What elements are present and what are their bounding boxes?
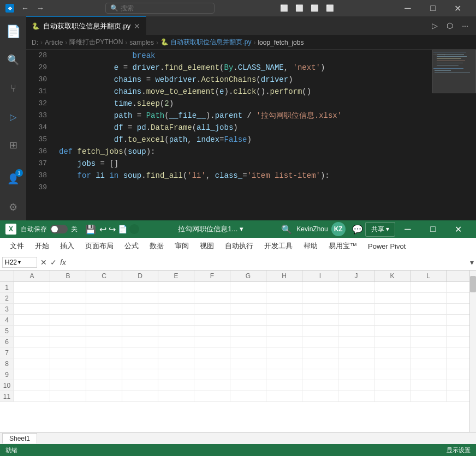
spreadsheet-cell[interactable]: [338, 282, 374, 292]
breadcrumb-item-function[interactable]: loop_fetch_jobs: [258, 39, 304, 46]
vscode-close-button[interactable]: ✕: [445, 0, 471, 16]
spreadsheet-cell[interactable]: [302, 293, 338, 303]
spreadsheet-cell[interactable]: [230, 315, 266, 325]
spreadsheet-cell[interactable]: [122, 391, 158, 401]
spreadsheet-cell[interactable]: [230, 358, 266, 369]
spreadsheet-cell[interactable]: [302, 369, 338, 380]
spreadsheet-cell[interactable]: [86, 380, 122, 391]
spreadsheet-cell[interactable]: [122, 326, 158, 336]
spreadsheet-cell[interactable]: [374, 304, 410, 314]
spreadsheet-cell[interactable]: [86, 391, 122, 401]
spreadsheet-cell[interactable]: [410, 391, 447, 401]
spreadsheet-cell[interactable]: [158, 337, 194, 347]
spreadsheet-cell[interactable]: [194, 347, 230, 358]
spreadsheet-cell[interactable]: [410, 369, 447, 380]
formula-input-field[interactable]: [69, 258, 470, 266]
spreadsheet-cell[interactable]: [230, 369, 266, 380]
spreadsheet-cell[interactable]: [374, 315, 410, 325]
global-search-bar[interactable]: 🔍: [105, 3, 215, 14]
menu-home[interactable]: 开始: [29, 239, 55, 253]
spreadsheet-cell[interactable]: [14, 380, 50, 391]
col-header-g[interactable]: G: [230, 271, 266, 281]
spreadsheet-cell[interactable]: [374, 326, 410, 336]
excel-search-button[interactable]: 🔍: [281, 224, 292, 235]
spreadsheet-cell[interactable]: [266, 315, 302, 325]
col-header-k[interactable]: K: [374, 271, 410, 281]
spreadsheet-cell[interactable]: [14, 326, 50, 336]
spreadsheet-cell[interactable]: [122, 304, 158, 314]
spreadsheet-cell[interactable]: [158, 347, 194, 358]
spreadsheet-cell[interactable]: [338, 304, 374, 314]
spreadsheet-cell[interactable]: [302, 326, 338, 336]
spreadsheet-cell[interactable]: [122, 282, 158, 292]
spreadsheet-cell[interactable]: [158, 358, 194, 369]
breadcrumb-item-article[interactable]: Article: [45, 39, 63, 46]
spreadsheet-cell[interactable]: [86, 347, 122, 358]
spreadsheet-cell[interactable]: [122, 347, 158, 358]
menu-help[interactable]: 帮助: [298, 239, 323, 253]
spreadsheet-cell[interactable]: [266, 293, 302, 303]
breadcrumb-item-python[interactable]: 降维打击PYTHON: [69, 38, 123, 47]
spreadsheet-cell[interactable]: [86, 369, 122, 380]
spreadsheet-cell[interactable]: [266, 326, 302, 336]
spreadsheet-cell[interactable]: [410, 304, 447, 314]
spreadsheet-cell[interactable]: [374, 369, 410, 380]
scroll-thumb[interactable]: [470, 276, 476, 292]
search-input[interactable]: [121, 4, 210, 12]
spreadsheet-cell[interactable]: [338, 315, 374, 325]
menu-review[interactable]: 审阅: [169, 239, 194, 253]
spreadsheet-cell[interactable]: [266, 380, 302, 391]
breadcrumb-item-samples[interactable]: samples: [129, 39, 154, 46]
spreadsheet-cell[interactable]: [86, 282, 122, 292]
spreadsheet-cell[interactable]: [338, 337, 374, 347]
spreadsheet-cell[interactable]: [230, 304, 266, 314]
excel-undo-button[interactable]: ↩: [98, 224, 108, 235]
tab-python-file[interactable]: 🐍 自动获取职位信息并翻页.py ✕: [26, 16, 146, 35]
sidebar-item-search[interactable]: 🔍: [0, 47, 26, 73]
excel-maximize-button[interactable]: □: [420, 220, 445, 238]
spreadsheet-cell[interactable]: [194, 380, 230, 391]
spreadsheet-cell[interactable]: [410, 358, 447, 369]
spreadsheet-cell[interactable]: [50, 337, 86, 347]
spreadsheet-cell[interactable]: [338, 369, 374, 380]
excel-minimize-button[interactable]: ─: [395, 220, 420, 238]
spreadsheet-cell[interactable]: [374, 391, 410, 401]
spreadsheet-cell[interactable]: [230, 326, 266, 336]
spreadsheet-cell[interactable]: [158, 369, 194, 380]
sidebar-item-account[interactable]: 👤 1: [0, 166, 26, 192]
spreadsheet-cell[interactable]: [266, 337, 302, 347]
vscode-minimize-button[interactable]: ─: [395, 0, 420, 16]
vertical-scrollbar[interactable]: [469, 271, 476, 432]
spreadsheet-cell[interactable]: [50, 369, 86, 380]
spreadsheet-cell[interactable]: [194, 369, 230, 380]
spreadsheet-cell[interactable]: [338, 358, 374, 369]
spreadsheet-cell[interactable]: [50, 282, 86, 292]
spreadsheet-cell[interactable]: [302, 347, 338, 358]
sidebar-item-explorer[interactable]: 📄: [0, 19, 26, 45]
spreadsheet-cell[interactable]: [86, 358, 122, 369]
spreadsheet-cell[interactable]: [86, 315, 122, 325]
spreadsheet-cell[interactable]: [266, 304, 302, 314]
spreadsheet-cell[interactable]: [14, 347, 50, 358]
sidebar-item-settings[interactable]: ⚙: [0, 194, 26, 220]
spreadsheet-cell[interactable]: [338, 347, 374, 358]
col-header-i[interactable]: I: [302, 271, 338, 281]
share-button[interactable]: 共享 ▾: [365, 222, 395, 237]
sidebar-item-scm[interactable]: ⑂: [0, 75, 26, 101]
spreadsheet-cell[interactable]: [122, 315, 158, 325]
menu-easypow[interactable]: 易用宝™: [323, 239, 362, 253]
cell-reference-box[interactable]: H22 ▾: [2, 257, 37, 268]
breadcrumb-item-file[interactable]: 🐍 自动获取职位信息并翻页.py: [160, 38, 251, 47]
layout-toggle-4[interactable]: ⬜: [324, 3, 337, 14]
spreadsheet-cell[interactable]: [266, 347, 302, 358]
col-header-d[interactable]: D: [122, 271, 158, 281]
spreadsheet-cell[interactable]: [410, 282, 447, 292]
col-header-a[interactable]: A: [14, 271, 50, 281]
spreadsheet-cell[interactable]: [194, 282, 230, 292]
spreadsheet-cell[interactable]: [122, 369, 158, 380]
spreadsheet-cell[interactable]: [50, 304, 86, 314]
spreadsheet-cell[interactable]: [194, 315, 230, 325]
col-header-l[interactable]: L: [410, 271, 447, 281]
code-content[interactable]: break e = driver.find_element(By.CLASS_N…: [53, 50, 432, 220]
spreadsheet-cell[interactable]: [194, 337, 230, 347]
